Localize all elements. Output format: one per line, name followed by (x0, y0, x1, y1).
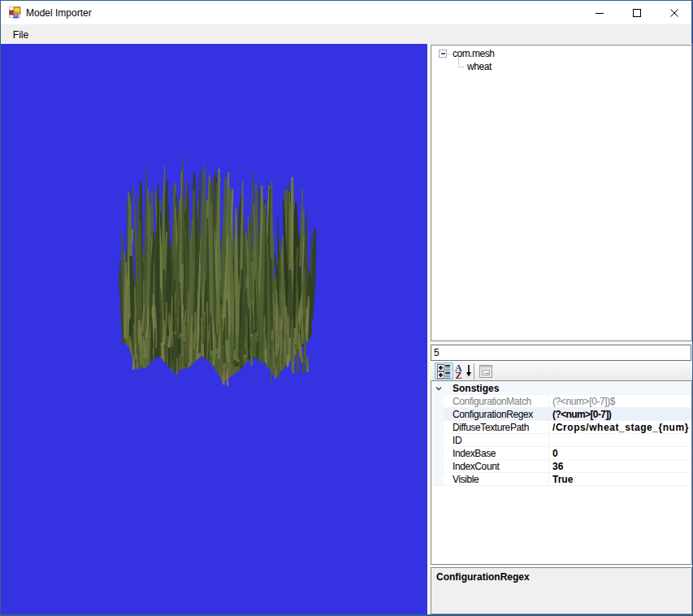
svg-text:Z: Z (456, 370, 462, 380)
